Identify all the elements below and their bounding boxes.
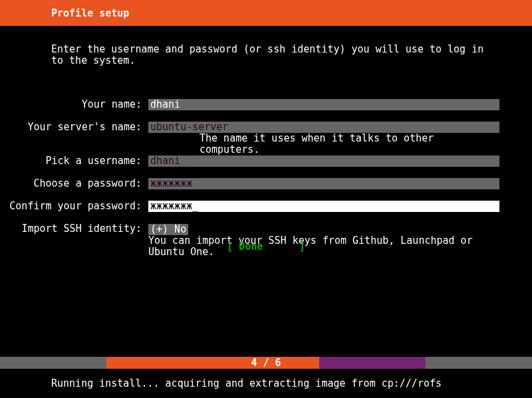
label-password: Choose a password:: [0, 178, 148, 189]
input-password[interactable]: жжжжжжж: [148, 178, 499, 189]
progress-text: 4 / 6: [0, 357, 532, 369]
hint-server-name: The name it uses when it talks to other …: [148, 133, 499, 155]
header-bar: Profile setup: [0, 0, 532, 26]
row-confirm-password: Confirm your password: жжжжжжж_: [0, 201, 532, 212]
header-title: Profile setup: [51, 7, 129, 19]
content-area: Enter the username and password (or ssh …: [0, 26, 532, 357]
input-username[interactable]: dhani: [148, 155, 499, 167]
label-username: Pick a username:: [0, 155, 148, 167]
row-password: Choose a password: жжжжжжж: [0, 178, 532, 189]
label-confirm-password: Confirm your password:: [0, 201, 148, 212]
row-username: Pick a username: dhani: [0, 155, 532, 167]
label-server-name: Your server's name:: [0, 122, 148, 133]
input-server-name[interactable]: ubuntu-server: [148, 122, 499, 133]
footer: 4 / 6 Running install... acquiring and e…: [0, 357, 532, 398]
instructions-text: Enter the username and password (or ssh …: [51, 44, 490, 66]
row-your-name: Your name: dhani: [0, 99, 532, 110]
select-ssh-identity[interactable]: (+) No: [148, 224, 188, 235]
progress-bar: 4 / 6: [0, 357, 532, 369]
input-your-name[interactable]: dhani: [148, 99, 499, 110]
input-confirm-password[interactable]: жжжжжжж_: [148, 201, 499, 212]
done-button[interactable]: [ Done ]: [0, 241, 532, 252]
profile-form: Your name: dhani Your server's name: ubu…: [0, 99, 532, 258]
text-cursor: _: [192, 200, 198, 212]
label-your-name: Your name:: [0, 99, 148, 110]
label-ssh-identity: Import SSH identity:: [0, 223, 148, 235]
row-server-name: Your server's name: ubuntu-server The na…: [0, 122, 532, 155]
status-line: Running install... acquiring and extract…: [0, 369, 532, 398]
